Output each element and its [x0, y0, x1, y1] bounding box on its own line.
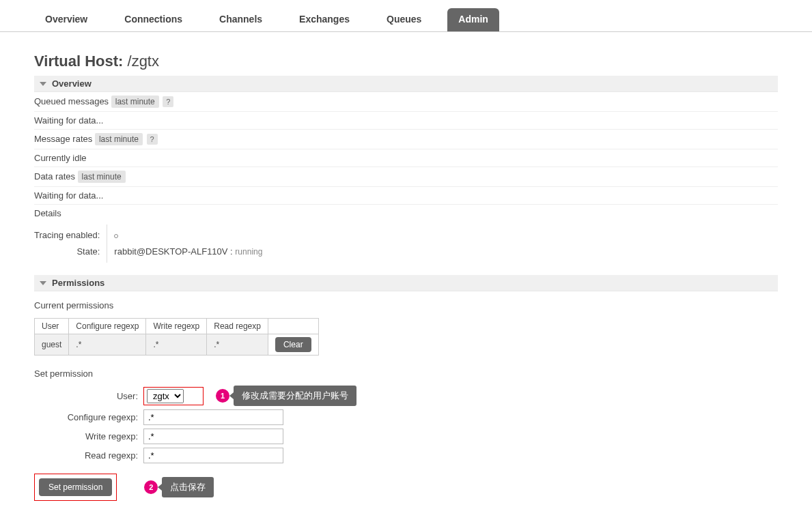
- state-label: State:: [34, 244, 100, 260]
- data-rates-row: Data rates last minute: [34, 167, 778, 187]
- waiting-text-2: Waiting for data...: [34, 187, 778, 205]
- col-read: Read regexp: [207, 319, 268, 334]
- queued-messages-label: Queued messages: [34, 96, 109, 106]
- cell-user[interactable]: guest: [35, 334, 69, 356]
- current-permissions-label: Current permissions: [34, 297, 778, 314]
- tab-exchanges[interactable]: Exchanges: [288, 8, 361, 31]
- datarates-period-selector[interactable]: last minute: [78, 171, 126, 183]
- set-permission-label: Set permission: [34, 365, 778, 382]
- queued-messages-row: Queued messages last minute ?: [34, 92, 778, 112]
- section-overview-header[interactable]: Overview: [34, 76, 778, 92]
- configure-label: Configure regexp:: [34, 412, 143, 422]
- state-status: running: [235, 247, 262, 257]
- waiting-text-1: Waiting for data...: [34, 112, 778, 130]
- row-user: User: zgtx 1 修改成需要分配的用户账号: [34, 386, 778, 406]
- datarates-label: Data rates: [34, 171, 75, 182]
- annotation-2: 2 点击保存: [144, 477, 214, 497]
- annotation-1: 1 修改成需要分配的用户账号: [216, 386, 356, 406]
- nav-tabs: Overview Connections Channels Exchanges …: [0, 0, 812, 32]
- details-label: Details: [34, 205, 778, 222]
- title-prefix: Virtual Host:: [34, 53, 128, 70]
- msgrates-label: Message rates: [34, 134, 92, 144]
- tab-overview[interactable]: Overview: [34, 8, 98, 31]
- section-overview-title: Overview: [52, 78, 92, 89]
- write-label: Write regexp:: [34, 431, 143, 441]
- state-node: rabbit@DESKTOP-ALF110V :: [114, 246, 232, 257]
- annotation-2-text: 点击保存: [162, 477, 214, 497]
- read-label: Read regexp:: [34, 450, 143, 461]
- tab-channels[interactable]: Channels: [208, 8, 273, 31]
- write-input[interactable]: [143, 429, 283, 444]
- chevron-down-icon: [40, 82, 46, 86]
- user-select[interactable]: zgtx: [147, 389, 184, 403]
- tab-queues[interactable]: Queues: [376, 8, 432, 31]
- row-configure: Configure regexp:: [34, 409, 778, 425]
- tracing-value: [114, 227, 262, 244]
- msgrates-period-selector[interactable]: last minute: [95, 133, 143, 145]
- read-input[interactable]: [143, 448, 283, 463]
- queued-period-selector[interactable]: last minute: [111, 96, 159, 108]
- message-rates-row: Message rates last minute ?: [34, 130, 778, 149]
- circle-icon: [114, 234, 118, 238]
- annotation-highlight-2: Set permission: [34, 474, 117, 501]
- annotation-highlight-1: zgtx: [143, 387, 204, 405]
- cell-read: .*: [207, 334, 268, 356]
- help-icon[interactable]: ?: [163, 96, 173, 107]
- set-permission-button[interactable]: Set permission: [39, 478, 112, 496]
- state-value: rabbit@DESKTOP-ALF110V : running: [114, 244, 262, 260]
- permissions-table: User Configure regexp Write regexp Read …: [34, 318, 319, 356]
- cell-configure: .*: [69, 334, 146, 356]
- tab-admin[interactable]: Admin: [447, 8, 499, 31]
- section-permissions-title: Permissions: [52, 278, 104, 288]
- row-write: Write regexp:: [34, 429, 778, 444]
- idle-text: Currently idle: [34, 149, 778, 167]
- tab-connections[interactable]: Connections: [113, 8, 193, 31]
- row-read: Read regexp:: [34, 448, 778, 463]
- cell-write: .*: [146, 334, 207, 356]
- page-title: Virtual Host: /zgtx: [34, 53, 778, 70]
- user-label: User:: [34, 391, 143, 401]
- col-configure: Configure regexp: [69, 319, 146, 334]
- table-row: guest .* .* .* Clear: [35, 334, 319, 356]
- details-table: Tracing enabled: State: rabbit@DESKTOP-A…: [34, 224, 778, 263]
- annotation-1-num: 1: [216, 389, 229, 403]
- clear-button[interactable]: Clear: [275, 337, 311, 352]
- chevron-down-icon: [40, 281, 46, 285]
- configure-input[interactable]: [143, 409, 283, 425]
- section-permissions-header[interactable]: Permissions: [34, 275, 778, 291]
- col-user: User: [35, 319, 69, 334]
- help-icon[interactable]: ?: [147, 134, 158, 145]
- annotation-2-num: 2: [144, 480, 158, 494]
- col-write: Write regexp: [146, 319, 207, 334]
- title-path: /zgtx: [128, 53, 159, 70]
- annotation-1-text: 修改成需要分配的用户账号: [234, 386, 356, 406]
- tracing-label: Tracing enabled:: [34, 227, 100, 244]
